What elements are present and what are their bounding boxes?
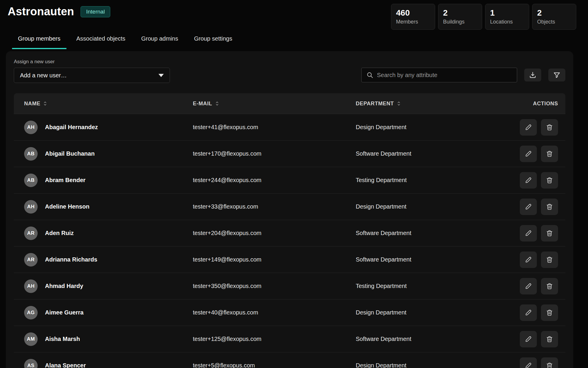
member-department: Design Department [356,362,514,368]
member-name: Aimee Guerra [45,309,83,316]
avatar: AH [24,121,38,134]
edit-member-button[interactable] [520,199,537,215]
member-department: Design Department [356,309,514,316]
trash-icon [546,177,553,184]
delete-member-button[interactable] [541,146,558,162]
delete-member-button[interactable] [541,278,558,294]
trash-icon [546,336,553,343]
filter-button[interactable] [548,69,565,81]
stat-value: 2 [443,8,477,18]
pencil-icon [525,203,532,210]
avatar: AB [24,147,38,161]
trash-icon [546,203,553,210]
stat-label: Objects [537,19,571,25]
member-name-cell: AH Ahmad Hardy [24,279,193,293]
member-department: Design Department [356,203,514,210]
page-header: Astronauten Internal [8,5,110,18]
member-name-cell: AB Abigail Buchanan [24,147,193,161]
delete-member-button[interactable] [541,357,558,368]
row-actions [514,119,558,136]
column-header-actions: ACTIONS [514,101,558,107]
member-name-cell: AH Adeline Henson [24,200,193,214]
tab-bar: Group members Associated objects Group a… [12,35,238,49]
group-members-panel: Assign a new user Add a new user… [6,51,573,368]
pencil-icon [525,150,532,157]
member-name-cell: AH Abagail Hernandez [24,121,193,134]
edit-member-button[interactable] [520,278,537,294]
delete-member-button[interactable] [541,252,558,268]
delete-member-button[interactable] [541,199,558,215]
trash-icon [546,362,553,368]
stat-card-locations: 1 Locations [485,4,529,30]
member-department: Testing Department [356,177,514,184]
table-row: AR Adrianna Richards tester+149@flexopus… [14,246,565,273]
row-actions [514,304,558,321]
export-button[interactable] [524,69,541,81]
edit-member-button[interactable] [520,146,537,162]
member-name: Abagail Hernandez [45,124,98,131]
delete-member-button[interactable] [541,119,558,136]
sort-icon [397,101,401,106]
tab-group-members[interactable]: Group members [12,35,66,49]
edit-member-button[interactable] [520,357,537,368]
tab-group-settings[interactable]: Group settings [188,35,238,49]
row-actions [514,199,558,215]
tab-group-admins[interactable]: Group admins [135,35,184,49]
stat-label: Members [396,19,430,25]
column-header-name[interactable]: NAME [24,101,193,107]
download-icon [529,71,537,79]
stat-value: 460 [396,8,430,18]
toolbar-right [361,68,565,83]
member-email: tester+125@flexopus.com [193,336,356,342]
add-user-select[interactable]: Add a new user… [14,68,170,83]
member-department: Software Department [356,150,514,157]
trash-icon [546,230,553,237]
table-row: AH Adeline Henson tester+33@flexopus.com… [14,193,565,220]
pencil-icon [525,230,532,237]
edit-member-button[interactable] [520,304,537,321]
search-input[interactable] [377,72,512,79]
stat-value: 1 [490,8,524,18]
table-row: AR Aden Ruiz tester+204@flexopus.com Sof… [14,220,565,246]
stat-label: Buildings [443,19,477,25]
edit-member-button[interactable] [520,252,537,268]
table-row: AB Abram Bender tester+244@flexopus.com … [14,167,565,193]
filter-icon [553,71,561,79]
member-name: Aden Ruiz [45,230,74,237]
edit-member-button[interactable] [520,119,537,136]
table-row: AH Ahmad Hardy tester+350@flexopus.com T… [14,273,565,299]
stat-card-objects: 2 Objects [532,4,576,30]
row-actions [514,278,558,294]
trash-icon [546,256,553,263]
member-email: tester+244@flexopus.com [193,177,356,184]
stats-row: 460 Members 2 Buildings 1 Locations 2 Ob… [391,4,576,30]
delete-member-button[interactable] [541,331,558,347]
edit-member-button[interactable] [520,331,537,347]
avatar: AG [24,306,38,319]
delete-member-button[interactable] [541,225,558,242]
avatar: AM [24,332,38,346]
column-header-email[interactable]: E-MAIL [193,101,356,107]
avatar: AH [24,200,38,214]
delete-member-button[interactable] [541,172,558,189]
row-actions [514,225,558,242]
page-title: Astronauten [8,5,74,18]
table-row: AS Alana Spencer tester+5@flexopus.com D… [14,352,565,368]
status-badge: Internal [81,6,110,17]
avatar: AR [24,227,38,240]
tab-associated-objects[interactable]: Associated objects [71,35,131,49]
stat-value: 2 [537,8,571,18]
edit-member-button[interactable] [520,225,537,242]
edit-member-button[interactable] [520,172,537,189]
avatar: AB [24,174,38,187]
column-header-department[interactable]: DEPARTMENT [356,101,514,107]
stat-card-members: 460 Members [391,4,435,30]
stat-label: Locations [490,19,524,25]
column-label: ACTIONS [533,101,558,107]
member-email: tester+41@flexopus.com [193,124,356,131]
trash-icon [546,150,553,157]
pencil-icon [525,177,532,184]
column-label: E-MAIL [193,101,212,107]
member-name-cell: AR Adrianna Richards [24,253,193,267]
delete-member-button[interactable] [541,304,558,321]
